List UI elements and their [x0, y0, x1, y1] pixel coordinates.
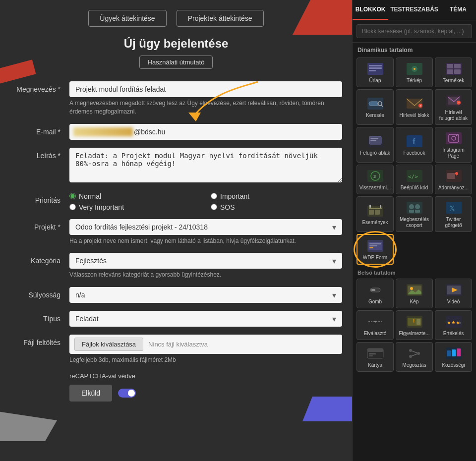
- kozossegi-icon: [445, 346, 463, 360]
- projektek-btn[interactable]: Projektek áttekintése: [177, 10, 264, 27]
- priority-very-important[interactable]: Very Important: [69, 203, 201, 211]
- block-megosztas[interactable]: Megosztás: [396, 342, 433, 372]
- right-panel: BLOKKOK TESTRESZABÁS TÉMA Dinamikus tart…: [352, 0, 476, 461]
- block-figyelmezte[interactable]: ! Figyelmezte...: [396, 310, 433, 340]
- block-instagram[interactable]: Instagram Page: [435, 127, 472, 163]
- block-termekek[interactable]: Termékek: [435, 58, 472, 87]
- type-select[interactable]: Feladat: [69, 311, 342, 327]
- priority-sos[interactable]: SOS: [211, 203, 342, 211]
- block-video[interactable]: Videó: [435, 279, 472, 308]
- twitter-label: Twitter görgető: [437, 217, 470, 229]
- tab-testreszabas[interactable]: TESTRESZABÁS: [388, 0, 440, 20]
- svg-text:★★: ★★: [458, 320, 463, 325]
- description-field: Feladat: a Projekt modul Magyar nyelvi f…: [69, 148, 342, 184]
- category-select[interactable]: Fejlesztés: [69, 253, 342, 269]
- right-tabs: BLOKKOK TESTRESZABÁS TÉMA: [353, 0, 476, 20]
- svg-point-33: [456, 135, 457, 136]
- name-input[interactable]: [69, 81, 342, 97]
- recaptcha-label-spacer: [10, 372, 69, 376]
- priority-row: Prioritás Normal Important Very Importan…: [10, 192, 342, 211]
- block-search-input[interactable]: [357, 24, 472, 38]
- project-select-wrapper: Odoo fordítás fejlesztési projekt - 24/1…: [69, 219, 342, 235]
- wdp-form-icon: [366, 239, 384, 253]
- priority-field: Normal Important Very Important SOS: [69, 192, 342, 211]
- block-adomanyo[interactable]: Adományoz...: [435, 165, 472, 194]
- kereses-label: Keresés: [366, 113, 384, 118]
- priority-normal-radio[interactable]: [69, 193, 76, 199]
- svg-text:</>: </>: [408, 173, 418, 180]
- priority-sos-radio[interactable]: [211, 204, 217, 210]
- email-blur: [73, 127, 133, 136]
- visszaszaml-icon: 3: [366, 169, 384, 183]
- file-none-label: Nincs fájl kiválasztva: [148, 341, 208, 348]
- gomb-label: Gomb: [368, 299, 382, 305]
- search-bar: [353, 20, 476, 43]
- block-beepulo[interactable]: </> Beépülő kód: [396, 165, 433, 194]
- toggle-indicator[interactable]: [118, 389, 136, 398]
- block-felugro[interactable]: Felugró ablak: [357, 127, 394, 163]
- priority-normal[interactable]: Normal: [69, 192, 201, 200]
- tab-blokkok[interactable]: BLOKKOK: [353, 0, 388, 20]
- visszaszaml-label: Visszaszáml...: [359, 185, 391, 191]
- email-field-wrapper: [69, 124, 342, 140]
- block-kozossegi[interactable]: Közösségi: [435, 342, 472, 372]
- ugyek-btn[interactable]: Ügyek áttekintése: [88, 10, 166, 27]
- project-row: Projekt * Odoo fordítás fejlesztési proj…: [10, 219, 342, 245]
- block-kartya[interactable]: Kártya: [357, 342, 394, 372]
- recaptcha-field: reCAPTCHA-val védve Elküld: [69, 372, 342, 402]
- guide-button[interactable]: Használati útmutató: [139, 56, 213, 69]
- internal-blocks-grid: Gomb Kép: [353, 277, 476, 374]
- block-esemenyek[interactable]: Események: [357, 196, 394, 232]
- svg-rect-61: [371, 289, 375, 291]
- block-urlap[interactable]: Űrlap: [357, 58, 394, 87]
- block-megbeszeles[interactable]: Megbeszélés csoport: [396, 196, 433, 232]
- hirlevel-felugro-label: Hírlevél felugró ablak: [437, 110, 470, 121]
- severity-select[interactable]: n/a: [69, 287, 342, 303]
- block-hirlevel[interactable]: + Hírlevél blokk: [396, 89, 433, 125]
- svg-rect-42: [369, 208, 382, 209]
- priority-normal-label: Normal: [79, 192, 101, 200]
- priority-important-label: Important: [220, 192, 249, 200]
- svg-rect-44: [375, 210, 380, 215]
- block-twitter[interactable]: 𝕏 Twitter görgető: [435, 196, 472, 232]
- svg-point-84: [417, 352, 420, 355]
- tab-tema[interactable]: TÉMA: [440, 0, 476, 20]
- svg-rect-2: [369, 65, 382, 66]
- block-terkep[interactable]: Térkép: [396, 58, 433, 87]
- priority-important-radio[interactable]: [211, 193, 217, 199]
- deco-left: [0, 59, 36, 84]
- figyelmezte-icon: !: [406, 315, 423, 329]
- svg-rect-80: [369, 353, 376, 354]
- instagram-label: Instagram Page: [437, 147, 470, 159]
- block-kep[interactable]: Kép: [396, 279, 433, 308]
- submit-button[interactable]: Elküld: [69, 385, 112, 402]
- svg-rect-50: [409, 210, 414, 213]
- terkep-icon: [406, 62, 423, 76]
- file-select-button[interactable]: Fájlok kiválasztása: [74, 338, 143, 351]
- description-textarea[interactable]: Feladat: a Projekt modul Magyar nyelvi f…: [69, 148, 342, 182]
- facebook-icon: f: [406, 134, 423, 148]
- block-gomb[interactable]: Gomb: [357, 279, 394, 308]
- svg-rect-14: [369, 102, 379, 106]
- block-ertekeles[interactable]: ★★★ ★★ Értékelés: [435, 310, 472, 340]
- block-elvalaszto[interactable]: Elválasztó: [357, 310, 394, 340]
- block-visszaszaml[interactable]: 3 Visszaszáml...: [357, 165, 394, 194]
- email-label: E-mail *: [10, 124, 69, 136]
- description-row: Leírás * Feladat: a Projekt modul Magyar…: [10, 148, 342, 184]
- category-row: Kategória Fejlesztés Válasszon releváns …: [10, 253, 342, 279]
- hirlevel-label: Hírlevél blokk: [399, 113, 429, 118]
- project-select[interactable]: Odoo fordítás fejlesztési projekt - 24/1…: [69, 219, 342, 235]
- ertekeles-label: Értékelés: [443, 331, 464, 337]
- block-wdp-form[interactable]: WDP Form: [357, 234, 394, 265]
- block-facebook[interactable]: f Facebook: [396, 127, 433, 163]
- kartya-label: Kártya: [368, 362, 382, 368]
- figyelmezte-label: Figyelmezte...: [399, 331, 429, 337]
- dynamic-section-title: Dinamikus tartalom: [353, 43, 476, 56]
- beepulo-label: Beépülő kód: [401, 185, 428, 191]
- block-kereses[interactable]: Keresés: [357, 89, 394, 125]
- svg-text:3: 3: [373, 174, 376, 179]
- block-hirlevel-felugro[interactable]: + Hírlevél felugró ablak: [435, 89, 472, 125]
- priority-important[interactable]: Important: [211, 192, 342, 200]
- svg-point-85: [409, 355, 412, 358]
- priority-very-important-radio[interactable]: [69, 204, 76, 210]
